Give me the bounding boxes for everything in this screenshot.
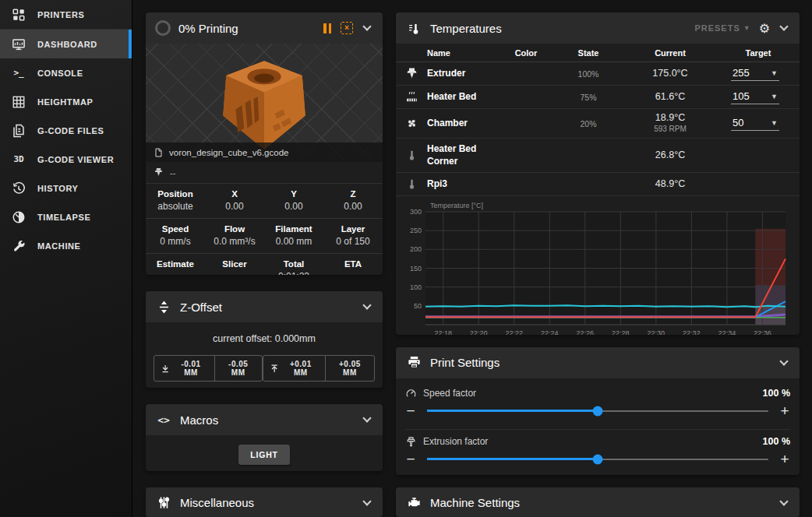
extrusion-factor-block: Extrusion factor 100 % − + bbox=[405, 429, 790, 473]
sidebar-item-history[interactable]: HISTORY bbox=[0, 174, 132, 202]
dashboard-icon bbox=[11, 37, 26, 52]
heater-name: Chamber bbox=[427, 118, 499, 130]
stat-value: 0.0 mm³/s bbox=[205, 236, 264, 247]
print-progress-label: 0% Printing bbox=[178, 22, 238, 35]
z-up-large-button[interactable]: +0.05 MM bbox=[325, 356, 374, 381]
z-offset-down-group: -0.01 MM -0.05 MM bbox=[154, 355, 263, 382]
z-up-small-button[interactable]: +0.01 MM bbox=[263, 356, 325, 381]
machine-settings-card: Machine Settings bbox=[396, 487, 800, 517]
machine-settings-title: Machine Settings bbox=[430, 496, 520, 509]
chevron-down-icon[interactable] bbox=[362, 413, 371, 422]
stat-label: Z bbox=[323, 189, 383, 199]
sidebar-item-console[interactable]: >_ CONSOLE bbox=[0, 58, 132, 87]
decrease-button[interactable]: − bbox=[405, 452, 416, 466]
stat-label: Filament bbox=[264, 224, 323, 234]
speed-factor-label: Speed factor bbox=[423, 388, 476, 399]
gcode-viewer-3d-icon: 3D bbox=[11, 152, 26, 167]
z-offset-up-group: +0.01 MM +0.05 MM bbox=[263, 355, 375, 382]
svg-text:100: 100 bbox=[410, 283, 422, 291]
sidebar-label: PRINTERS bbox=[37, 10, 84, 19]
machine-settings-header: Machine Settings bbox=[396, 487, 800, 517]
sidebar-item-dashboard[interactable]: DASHBOARD bbox=[0, 30, 132, 58]
current-offset-label: current offset: 0.000mm bbox=[154, 333, 375, 344]
heater-current: 61.6°C bbox=[623, 91, 717, 104]
cancel-print-button[interactable]: × bbox=[341, 22, 353, 34]
sidebar-item-gcode-files[interactable]: G-CODE FILES bbox=[0, 116, 132, 145]
sidebar-item-gcode-viewer[interactable]: 3D G-CODE VIEWER bbox=[0, 145, 132, 174]
tune-sliders-icon bbox=[155, 494, 172, 512]
z-down-small-button[interactable]: -0.01 MM bbox=[154, 356, 214, 381]
console-icon: >_ bbox=[11, 65, 26, 81]
svg-text:200: 200 bbox=[410, 245, 422, 253]
increase-button[interactable]: + bbox=[779, 403, 790, 418]
decrease-button[interactable]: − bbox=[405, 403, 416, 418]
arrow-up-icon bbox=[270, 364, 279, 374]
timelapse-icon bbox=[11, 209, 26, 225]
gear-icon[interactable]: ⚙ bbox=[759, 21, 770, 36]
extrusion-factor-value: 100 % bbox=[763, 436, 790, 447]
svg-text:22:18: 22:18 bbox=[434, 329, 452, 335]
thermometer-sensor-icon bbox=[396, 149, 427, 162]
arrow-down-icon bbox=[161, 364, 170, 374]
sidebar-item-machine[interactable]: MACHINE bbox=[0, 231, 132, 260]
slider-thumb[interactable] bbox=[593, 406, 603, 416]
stat-label: Flow bbox=[205, 224, 264, 234]
nozzle-icon bbox=[396, 67, 427, 80]
stat-value: 0.00 bbox=[264, 201, 323, 212]
svg-text:22:24: 22:24 bbox=[541, 329, 559, 335]
extruder-status-row: -- bbox=[146, 162, 383, 184]
sidebar-label: G-CODE VIEWER bbox=[37, 155, 114, 164]
svg-text:22:32: 22:32 bbox=[683, 329, 701, 335]
stats-row-time: Estimate– Slicer– Total0:01:23 ETA– bbox=[146, 254, 383, 275]
target-select-heater-bed[interactable]: 105▼ bbox=[731, 90, 779, 104]
temperature-chart[interactable]: 5010015020025030022:1822:2022:2222:2422:… bbox=[396, 196, 800, 335]
z-down-large-button[interactable]: -0.05 MM bbox=[214, 356, 262, 381]
chevron-down-icon[interactable] bbox=[362, 301, 371, 310]
sidebar-item-printers[interactable]: PRINTERS bbox=[0, 0, 132, 29]
presets-dropdown[interactable]: PRESETS▼ bbox=[694, 23, 750, 33]
gcode-filename-bar[interactable]: voron_design_cube_v6.gcode bbox=[146, 142, 383, 162]
heater-name: Rpi3 bbox=[427, 178, 499, 191]
chevron-down-icon[interactable] bbox=[779, 357, 788, 365]
progress-ring bbox=[155, 20, 171, 36]
extrusion-factor-label: Extrusion factor bbox=[423, 436, 488, 447]
svg-text:150: 150 bbox=[410, 265, 422, 273]
stat-value: 0 mm/s bbox=[146, 236, 205, 247]
chevron-down-icon[interactable] bbox=[362, 22, 371, 30]
speed-factor-slider[interactable] bbox=[427, 410, 768, 412]
chevron-down-icon[interactable] bbox=[779, 22, 788, 30]
print-settings-card: Print Settings Speed factor 100 % − bbox=[396, 347, 800, 475]
gcode-preview[interactable]: voron_design_cube_v6.gcode bbox=[146, 44, 383, 162]
stat-label: Position bbox=[146, 189, 205, 199]
col-header-state: State bbox=[553, 48, 623, 58]
chevron-down-icon[interactable] bbox=[779, 497, 788, 505]
macros-card: <> Macros LIGHT bbox=[146, 404, 383, 471]
svg-text:22:34: 22:34 bbox=[718, 329, 736, 335]
sidebar-item-timelapse[interactable]: TIMELAPSE bbox=[0, 202, 132, 231]
miscellaneous-card: Miscellaneous bbox=[146, 487, 383, 517]
sidebar-item-heightmap[interactable]: HEIGHTMAP bbox=[0, 87, 132, 116]
temp-table-header: Name Color State Current Target bbox=[396, 44, 800, 62]
target-select-chamber[interactable]: 50▼ bbox=[731, 116, 779, 131]
printer-settings-icon bbox=[405, 354, 422, 371]
target-select-extruder[interactable]: 255▼ bbox=[731, 66, 779, 81]
stat-value: 0 of 150 bbox=[323, 236, 383, 247]
sidebar-label: G-CODE FILES bbox=[37, 126, 104, 135]
pause-button[interactable] bbox=[322, 22, 333, 35]
print-settings-body: Speed factor 100 % − + bbox=[396, 378, 800, 475]
gauge-icon bbox=[405, 388, 417, 399]
slider-thumb[interactable] bbox=[593, 454, 603, 464]
sidebar-label: HEIGHTMAP bbox=[37, 97, 93, 107]
speed-factor-block: Speed factor 100 % − + bbox=[405, 382, 790, 424]
chevron-down-icon[interactable] bbox=[362, 497, 371, 505]
sidebar: PRINTERS DASHBOARD >_ CONSOLE HEIGHTMAP … bbox=[0, 0, 132, 517]
macro-light-button[interactable]: LIGHT bbox=[238, 445, 290, 465]
temp-row-heater-bed-corner: Heater Bed Corner 26.8°C bbox=[396, 139, 800, 173]
increase-button[interactable]: + bbox=[779, 452, 790, 466]
thermometer-icon bbox=[405, 19, 422, 37]
extrusion-factor-slider[interactable] bbox=[427, 459, 768, 460]
svg-text:Temperature [°C]: Temperature [°C] bbox=[430, 202, 483, 209]
miscellaneous-header: Miscellaneous bbox=[146, 487, 383, 517]
print-status-header: 0% Printing × bbox=[146, 12, 383, 44]
svg-text:22:20: 22:20 bbox=[470, 329, 488, 335]
